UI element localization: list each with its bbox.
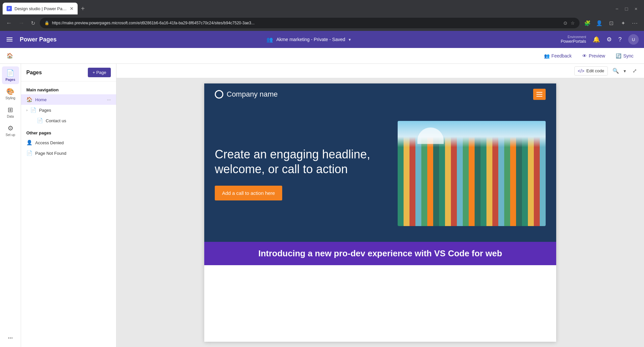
waffle-menu-button[interactable]	[5, 36, 14, 43]
preview-button[interactable]: 👁 Preview	[578, 51, 609, 60]
feedback-button[interactable]: 👥 Feedback	[540, 51, 576, 60]
edit-code-icon: </>	[578, 68, 584, 74]
address-bar-icons: ⊙ ☆	[563, 20, 575, 26]
power-pages-topbar: Power Pages 👥 Akme marketing - Private -…	[0, 31, 644, 48]
site-info-text: Akme marketing - Private - Saved	[276, 37, 345, 42]
preview-icon: 👁	[582, 53, 587, 58]
lock-icon: 🔒	[44, 21, 49, 25]
not-found-icon: 📄	[26, 150, 33, 156]
menu-button[interactable]: ⋯	[630, 18, 640, 28]
setup-nav-icon: ⚙	[8, 124, 13, 132]
sidebar-item-data[interactable]: ⊞ Data	[2, 103, 19, 121]
sync-button[interactable]: 🔄 Sync	[612, 51, 637, 60]
data-nav-icon: ⊞	[8, 106, 13, 114]
topbar-right: Environment PowerPortals 🔔 ⚙ ? U	[561, 34, 639, 45]
add-page-button[interactable]: + Page	[88, 68, 111, 77]
refresh-button[interactable]: ↻	[29, 19, 37, 28]
access-denied-label: Access Denied	[35, 140, 111, 145]
more-nav-button[interactable]: ···	[5, 332, 15, 344]
address-bar-text: https://make.preview.powerpages.microsof…	[52, 21, 561, 25]
pages-panel: Pages + Page Main navigation 🏠 Home ··· …	[21, 64, 116, 347]
zoom-in-button[interactable]: 🔍	[610, 67, 621, 75]
settings-button[interactable]: ⚙	[607, 36, 612, 43]
data-nav-label: Data	[7, 115, 14, 118]
reader-icon[interactable]: ⊙	[563, 20, 567, 26]
profile-icon[interactable]: 👤	[594, 18, 605, 28]
new-tab-button[interactable]: +	[78, 5, 88, 12]
edit-code-label: Edit code	[586, 68, 604, 73]
contact-page-icon: 📄	[37, 118, 43, 124]
hero-image-visual	[398, 121, 546, 226]
address-bar-container[interactable]: 🔒 https://make.preview.powerpages.micros…	[40, 18, 580, 28]
fullscreen-button[interactable]: ⤢	[631, 67, 639, 75]
sidebar-item-styling[interactable]: 🎨 Styling	[2, 85, 19, 103]
home-page-label: Home	[35, 97, 104, 102]
promo-banner-text: Introducing a new pro-dev experience wit…	[258, 248, 502, 258]
site-hamburger-button[interactable]	[533, 89, 546, 100]
site-logo: Company name	[215, 90, 278, 99]
canvas-area: </> Edit code 🔍 ▾ ⤢ Company	[116, 64, 644, 347]
pages-page-icon: 📄	[30, 107, 37, 113]
main-nav-section-label: Main navigation	[21, 84, 116, 94]
help-button[interactable]: ?	[618, 36, 622, 43]
page-item-not-found[interactable]: 📄 Page Not Found	[21, 148, 116, 158]
sidebar-item-setup[interactable]: ⚙ Set up	[2, 122, 19, 139]
minimize-button[interactable]: −	[615, 6, 618, 12]
page-item-contact[interactable]: 📄 Contact us	[21, 115, 116, 126]
sync-icon: 🔄	[616, 53, 621, 58]
hero-cta-button[interactable]: Add a call to action here	[215, 186, 282, 200]
contact-page-label: Contact us	[46, 118, 111, 123]
feedback-label: Feedback	[552, 53, 572, 58]
pages-panel-title: Pages	[26, 70, 84, 76]
tab-title: Design studio | Power Pages	[14, 6, 67, 11]
page-item-pages-parent[interactable]: › 📄 Pages	[21, 105, 116, 115]
sidebar-item-pages[interactable]: 📄 Pages	[2, 66, 19, 84]
tab-close-icon[interactable]: ✕	[70, 6, 74, 11]
zoom-dropdown-button[interactable]: ▾	[622, 67, 628, 75]
pages-nav-label: Pages	[6, 78, 15, 81]
site-header: Company name	[204, 83, 556, 105]
env-label: Environment	[568, 35, 586, 39]
access-denied-icon: 👤	[26, 140, 33, 146]
page-item-access-denied[interactable]: 👤 Access Denied	[21, 137, 116, 148]
notification-button[interactable]: 🔔	[593, 36, 600, 43]
site-info-dropdown-icon[interactable]: ▾	[349, 37, 351, 42]
back-button[interactable]: ←	[4, 18, 14, 28]
edit-code-button[interactable]: </> Edit code	[574, 66, 608, 76]
pages-page-label: Pages	[39, 108, 111, 113]
tab-favicon: P	[7, 6, 12, 11]
close-button[interactable]: ×	[634, 6, 637, 12]
forward-button[interactable]: →	[16, 18, 26, 28]
sync-label: Sync	[623, 53, 633, 58]
zoom-controls: 🔍 ▾	[610, 67, 628, 75]
sidebar-icon[interactable]: ⊡	[606, 18, 616, 28]
icon-nav-sidebar: 📄 Pages 🎨 Styling ⊞ Data ⚙ Set up ···	[0, 64, 21, 347]
breadcrumb-icon: 🏠	[7, 53, 13, 59]
setup-nav-label: Set up	[6, 133, 15, 137]
home-page-icon: 🏠	[26, 97, 33, 103]
home-page-more-icon[interactable]: ···	[107, 97, 111, 102]
website-preview: Company name Create an engaging headline…	[204, 83, 556, 342]
preview-label: Preview	[589, 53, 605, 58]
styling-nav-label: Styling	[5, 96, 15, 100]
main-layout: 📄 Pages 🎨 Styling ⊞ Data ⚙ Set up ··· Pa…	[0, 64, 644, 347]
not-found-label: Page Not Found	[35, 151, 111, 156]
page-item-home[interactable]: 🏠 Home ···	[21, 94, 116, 105]
app-brand-label: Power Pages	[20, 36, 57, 43]
site-logo-circle	[215, 90, 223, 99]
pages-panel-content: Main navigation 🏠 Home ··· › 📄 Pages 📄 C…	[21, 81, 116, 347]
extensions-icon[interactable]: 🧩	[582, 18, 593, 28]
pages-expand-icon[interactable]: ›	[26, 108, 28, 112]
bookmark-icon[interactable]: ☆	[571, 20, 575, 26]
env-info: Environment PowerPortals	[561, 35, 586, 44]
pages-panel-header: Pages + Page	[21, 64, 116, 81]
user-avatar[interactable]: U	[628, 34, 639, 45]
profile-users-icon: 👥	[266, 36, 273, 43]
active-tab[interactable]: P Design studio | Power Pages ✕	[3, 3, 78, 14]
maximize-button[interactable]: □	[625, 6, 628, 12]
studio-header-actions: 👥 Feedback 👁 Preview 🔄 Sync	[540, 51, 637, 60]
copilot-icon[interactable]: ✦	[618, 18, 628, 28]
feedback-icon: 👥	[544, 53, 550, 58]
browser-toolbar-icons: 🧩 👤 ⊡ ✦ ⋯	[582, 18, 640, 28]
nav-bar: ← → ↻ 🔒 https://make.preview.powerpages.…	[0, 15, 644, 31]
